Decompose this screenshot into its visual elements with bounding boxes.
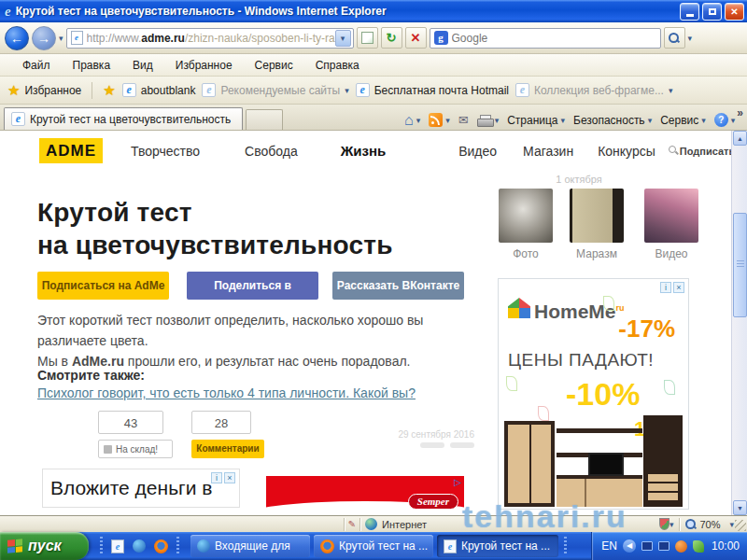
- zoom-dropdown[interactable]: ▾: [729, 520, 734, 529]
- language-indicator[interactable]: EN: [601, 539, 617, 553]
- search-input[interactable]: [452, 32, 656, 45]
- resize-grip[interactable]: [735, 520, 746, 531]
- start-button[interactable]: пуск: [0, 532, 89, 560]
- site-nav: Творчество Свобода Жизнь Видео Магазин К…: [131, 143, 719, 159]
- favorites-bar: ★ Избранное ★ e aboutblank e Рекомендуем…: [0, 77, 747, 105]
- zoom-level[interactable]: 70%: [699, 519, 720, 530]
- tray-antivirus-icon[interactable]: [693, 540, 704, 553]
- nav-freedom[interactable]: Свобода: [245, 144, 298, 159]
- new-tab-button[interactable]: [246, 109, 283, 130]
- nav-contests[interactable]: Конкурсы: [598, 144, 655, 159]
- see-also-link[interactable]: Психолог говорит, что есть только 4 типа…: [37, 385, 416, 400]
- menu-file[interactable]: Файл: [22, 59, 50, 72]
- mail-icon: ✉: [458, 113, 469, 127]
- homeme-ad[interactable]: i × HomeMeru -17% ЦЕНЫ ПАДАЮТ! -10% -15%: [498, 278, 689, 510]
- address-bar[interactable]: e http://www.adme.ru/zhizn-nauka/sposobe…: [66, 28, 354, 49]
- history-dropdown[interactable]: ▾: [59, 34, 63, 43]
- thumb-label-photo[interactable]: Фото: [499, 247, 553, 260]
- toolbar-handle[interactable]: [176, 537, 179, 555]
- close-button[interactable]: ✕: [725, 3, 744, 21]
- url-text[interactable]: http://www.adme.ru/zhizn-nauka/sposoben-…: [87, 32, 335, 45]
- ad-info-icon[interactable]: i: [660, 282, 671, 293]
- task-firefox[interactable]: Крутой тест на ...: [314, 535, 433, 557]
- print-button[interactable]: ▾: [477, 115, 500, 126]
- menu-tools[interactable]: Сервис: [255, 59, 293, 72]
- thumbnail-photo[interactable]: [499, 189, 553, 243]
- page-menu-button[interactable]: Страница▾: [507, 114, 565, 127]
- discount-17: -17%: [618, 315, 675, 343]
- feeds-button[interactable]: ▾: [429, 113, 450, 127]
- clock[interactable]: 10:00: [712, 539, 740, 553]
- tools-menu-button[interactable]: Сервис▾: [660, 114, 706, 127]
- ie-quicklaunch-icon[interactable]: e: [111, 539, 124, 553]
- tab-active[interactable]: e Крутой тест на цветочувствительность: [4, 107, 243, 130]
- scroll-up-button[interactable]: ▲: [733, 131, 747, 146]
- read-mail-button[interactable]: ✉: [458, 113, 469, 127]
- ad-close-icon[interactable]: ×: [673, 282, 684, 293]
- nav-video[interactable]: Видео: [458, 144, 497, 159]
- tray-chevron-icon[interactable]: ◀: [623, 539, 636, 553]
- search-options-dropdown[interactable]: ▾: [688, 34, 693, 43]
- zoom-icon[interactable]: [685, 519, 697, 530]
- subscribe-adme-button[interactable]: Подписаться на AdMe: [37, 272, 169, 300]
- status-icon: ✎: [345, 519, 359, 529]
- favorite-web-slices[interactable]: e Коллекция веб-фрагме... ▾: [515, 83, 672, 97]
- favorite-hotmail[interactable]: e Бесплатная почта Hotmail: [356, 83, 509, 97]
- comments-button[interactable]: Комментарии: [191, 440, 264, 458]
- thumb-label-video[interactable]: Видео: [644, 247, 698, 260]
- ad-info-icon[interactable]: i: [211, 472, 222, 483]
- refresh-button[interactable]: ↻: [381, 27, 402, 49]
- add-favorite-icon[interactable]: ★: [103, 82, 115, 99]
- help-button[interactable]: ?▾: [714, 113, 736, 127]
- stash-button[interactable]: На склад!: [98, 440, 173, 458]
- nav-shop[interactable]: Магазин: [523, 144, 573, 159]
- bottom-left-ad[interactable]: i × Вложите деньги в: [42, 469, 240, 508]
- semper-ad[interactable]: ▷ Semper: [266, 476, 464, 513]
- thumbnail-marazm[interactable]: [570, 189, 624, 243]
- favorite-suggested-sites[interactable]: e Рекомендуемые сайты ▾: [202, 83, 348, 97]
- favorites-button[interactable]: ★ Избранное: [7, 82, 81, 99]
- shield-dropdown[interactable]: ▾: [669, 520, 674, 529]
- nav-life[interactable]: Жизнь: [341, 143, 387, 159]
- firefox-quicklaunch-icon[interactable]: [154, 539, 168, 553]
- restore-button[interactable]: [702, 3, 722, 21]
- thumb-label-marazm[interactable]: Маразм: [570, 247, 624, 260]
- task-inbox[interactable]: Входящие для: [190, 535, 310, 557]
- favorite-aboutblank[interactable]: e aboutblank: [122, 83, 196, 97]
- share-vkontakte-button[interactable]: Рассказать ВКонтакте: [332, 272, 464, 300]
- adchoices-icon[interactable]: ▷: [454, 477, 461, 487]
- ad-headline: ЦЕНЫ ПАДАЮТ!: [508, 350, 654, 371]
- task-ie-active[interactable]: e Крутой тест на ...: [437, 535, 558, 557]
- search-go-button[interactable]: [664, 27, 685, 49]
- thunderbird-quicklaunch-icon[interactable]: [133, 539, 146, 553]
- adme-logo[interactable]: ADME: [39, 138, 103, 163]
- security-menu-button[interactable]: Безопасность▾: [573, 114, 652, 127]
- ie-window: e Крутой тест на цветочувствительность -…: [0, 0, 747, 560]
- scroll-down-button[interactable]: ▼: [733, 500, 747, 515]
- nav-creativity[interactable]: Творчество: [131, 144, 200, 159]
- compatibility-view-button[interactable]: [357, 27, 378, 49]
- stop-button[interactable]: ✕: [405, 27, 427, 49]
- ad-close-icon[interactable]: ×: [224, 472, 235, 483]
- toolbar-handle[interactable]: [100, 537, 103, 555]
- home-button[interactable]: ⌂▾: [404, 114, 420, 127]
- menu-favorites[interactable]: Избранное: [176, 59, 233, 72]
- forward-button[interactable]: →: [32, 26, 56, 50]
- back-button[interactable]: ←: [5, 26, 29, 50]
- network-icon[interactable]: [641, 541, 653, 551]
- minimize-button[interactable]: [680, 3, 699, 21]
- toolbar-overflow-chevron[interactable]: »: [737, 106, 743, 119]
- status-bar: ✎ Интернет ▾ 70% ▾: [0, 515, 747, 532]
- network-icon[interactable]: [658, 541, 669, 551]
- menu-help[interactable]: Справка: [316, 59, 359, 72]
- scrollbar-thumb[interactable]: [733, 213, 747, 317]
- tray-app-icon[interactable]: [675, 540, 687, 553]
- menu-edit[interactable]: Правка: [73, 59, 111, 72]
- thumbnail-video[interactable]: [644, 189, 698, 243]
- address-dropdown-button[interactable]: ▾: [335, 30, 351, 47]
- share-facebook-button[interactable]: Поделиться в Facebook: [187, 272, 318, 300]
- search-box[interactable]: g: [430, 28, 661, 49]
- menu-view[interactable]: Вид: [133, 59, 153, 72]
- vertical-scrollbar[interactable]: ▲ ▼: [731, 131, 747, 515]
- shield-icon[interactable]: [659, 518, 669, 530]
